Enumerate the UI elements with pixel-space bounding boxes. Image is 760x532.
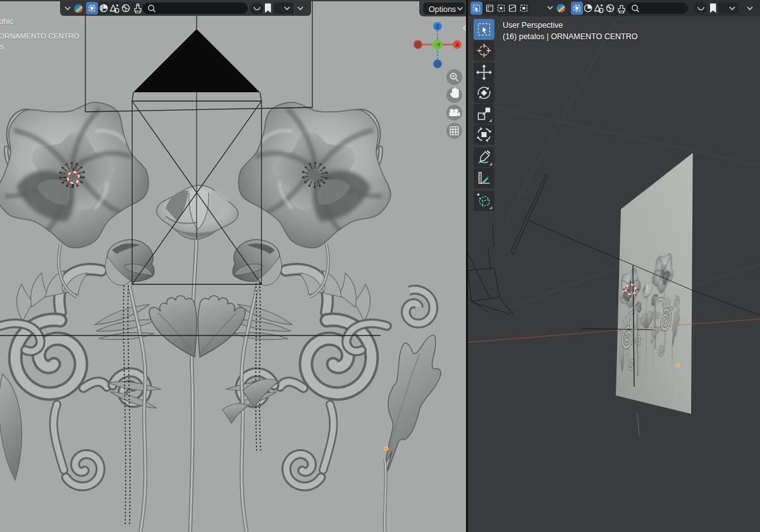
svg-text:Z: Z xyxy=(436,23,439,30)
svg-text:-Y: -Y xyxy=(435,42,441,48)
svg-text:Options: Options xyxy=(429,5,456,14)
svg-text:X: X xyxy=(455,42,459,48)
